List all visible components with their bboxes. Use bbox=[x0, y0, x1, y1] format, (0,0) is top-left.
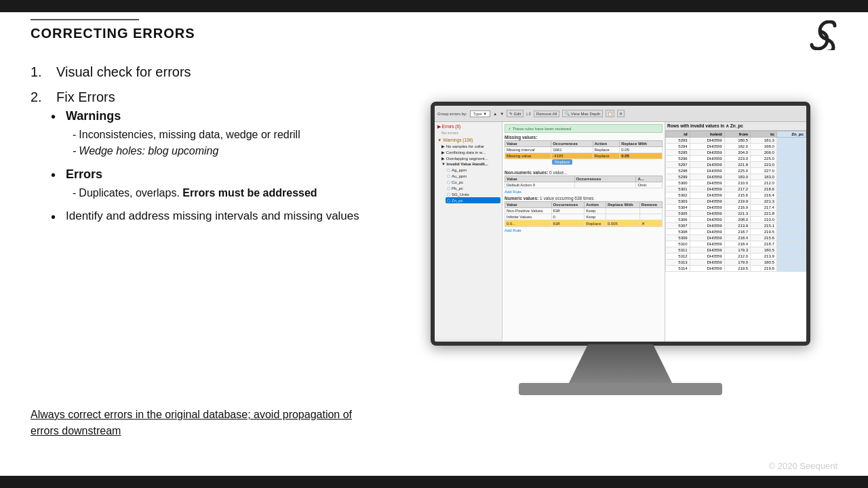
item2-text: Fix Errors bbox=[56, 89, 115, 105]
top-bar bbox=[0, 0, 868, 12]
item1-text: Visual check for errors bbox=[56, 64, 191, 80]
bullet-identify: • Identify and address missing intervals… bbox=[51, 208, 383, 226]
bottom-bar bbox=[0, 476, 868, 488]
monitor-stand bbox=[566, 344, 675, 388]
monitor-screen: Group errors by: Type ▼ ▲ ▼ ✎ Edit | 2 R… bbox=[431, 102, 810, 346]
logo bbox=[809, 20, 837, 55]
screen-main: ✓ These rules have been reviewed Missing… bbox=[502, 122, 806, 342]
title-line bbox=[31, 19, 139, 20]
monitor-base bbox=[519, 383, 722, 395]
monitor-mockup: Group errors by: Type ▼ ▲ ▼ ✎ Edit | 2 R… bbox=[431, 102, 831, 400]
screen-middle-panel: ✓ These rules have been reviewed Missing… bbox=[502, 122, 665, 342]
bullet-warnings: • Warnings -Inconsistencies, missing dat… bbox=[51, 108, 383, 159]
screen-right-panel: Rows with invalid values in ∧ Zn_pc id h… bbox=[665, 122, 806, 342]
left-content: 1. Visual check for errors 2. Fix Errors… bbox=[31, 64, 383, 235]
numbered-item-2: 2. Fix Errors • Warnings -Inconsistencie… bbox=[31, 89, 383, 226]
screen-toolbar: Group errors by: Type ▼ ▲ ▼ ✎ Edit | 2 R… bbox=[435, 106, 806, 122]
item1-number: 1. bbox=[31, 64, 50, 80]
errors-sub-1: -Duplicates, overlaps. Errors must be ad… bbox=[66, 185, 317, 201]
copyright: © 2020 Seequent bbox=[769, 461, 837, 471]
errors-title: Errors bbox=[66, 166, 317, 183]
bullet-errors: • Errors -Duplicates, overlaps. Errors m… bbox=[51, 166, 383, 201]
warnings-title: Warnings bbox=[66, 108, 300, 125]
numbered-item-1: 1. Visual check for errors bbox=[31, 64, 383, 80]
screen-content: Group errors by: Type ▼ ▲ ▼ ✎ Edit | 2 R… bbox=[435, 106, 806, 342]
warnings-sub-2: -Wedge holes: blog upcoming bbox=[66, 143, 300, 159]
item2-number: 2. bbox=[31, 89, 50, 105]
identify-text: Identify and address missing intervals a… bbox=[66, 209, 359, 222]
title-area: CORRECTING ERRORS bbox=[31, 19, 195, 41]
page-title: CORRECTING ERRORS bbox=[31, 26, 195, 41]
screen-left-panel: ▶ Errors (0) No errors ▼ Warnings (138) … bbox=[435, 122, 502, 339]
bottom-note: Always correct errors in the original da… bbox=[31, 407, 370, 439]
bullet-section: • Warnings -Inconsistencies, missing dat… bbox=[31, 108, 383, 226]
warnings-sub-1: -Inconsistencies, missing data, wedge or… bbox=[66, 127, 300, 143]
